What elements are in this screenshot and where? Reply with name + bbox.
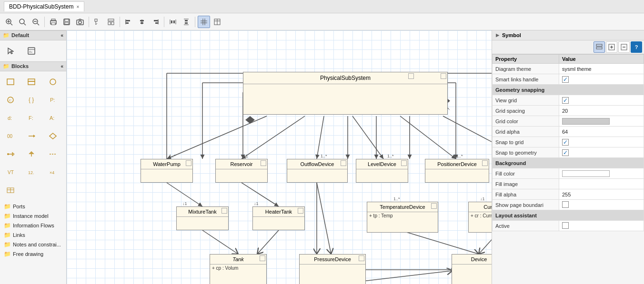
prop-value-cell[interactable] — [559, 221, 644, 231]
align-center[interactable] — [136, 16, 148, 28]
folder-icon-infoflows: 📁 — [4, 222, 11, 229]
svg-rect-35 — [173, 20, 175, 23]
main-uml-box[interactable]: PhysicalSubSystem — [243, 72, 448, 115]
editor-tab[interactable]: BDD-PhysicalSubSystem × — [4, 1, 84, 11]
dotline-tool[interactable] — [44, 146, 61, 163]
outflow-title: OutflowDevice — [287, 159, 347, 169]
select-button[interactable] — [91, 16, 104, 28]
zoom-out-button[interactable] — [30, 16, 42, 28]
brace-tool[interactable]: { } — [23, 91, 40, 108]
level-box[interactable]: LevelDevice — [356, 159, 408, 183]
tank-box[interactable]: Tank + cp : Volum — [210, 254, 267, 284]
device-box[interactable]: Device — [452, 254, 492, 284]
palette-section-blocks[interactable]: 📁Blocks « — [0, 61, 66, 71]
svg-marker-63 — [33, 135, 35, 137]
properties-panel-toggle[interactable] — [211, 16, 223, 28]
reservoir-box[interactable]: Reservoir — [215, 159, 268, 183]
palette-item-instance[interactable]: 📁 Instance model — [0, 211, 66, 221]
checkbox-checked[interactable]: ✓ — [562, 139, 569, 146]
prop-value-cell[interactable]: ✓ — [559, 137, 644, 147]
block-tool[interactable] — [23, 73, 40, 90]
svg-rect-52 — [28, 81, 35, 85]
color-swatch-white[interactable] — [562, 170, 610, 177]
positioner-box[interactable]: PositionerDevice — [425, 159, 489, 183]
prop-value-cell[interactable] — [559, 168, 644, 179]
layout-button[interactable] — [105, 16, 117, 28]
align-right[interactable] — [149, 16, 161, 28]
prop-value-cell[interactable]: 255 — [559, 189, 644, 200]
svg-text:12.: 12. — [28, 170, 34, 175]
color-swatch-gray[interactable] — [562, 118, 610, 125]
prop-value-cell[interactable]: ✓ — [559, 74, 644, 85]
checkbox-checked[interactable]: ✓ — [562, 97, 569, 104]
container-tool[interactable]: A+ — [23, 42, 40, 59]
tempdevice-box[interactable]: TemperatureDevice + tp : Temp — [367, 202, 438, 233]
palette-item-ports[interactable]: 📁 Ports — [0, 202, 66, 211]
currentdevice-box[interactable]: CurrentDevice + cr : Current — [468, 202, 492, 233]
svg-rect-28 — [141, 22, 143, 24]
sep2 — [89, 17, 89, 27]
diagram-canvas[interactable]: 1..* ↓1 1..* 1..* 1..* 1..* ↓1 ↓1 1..* ↓… — [67, 30, 492, 284]
align-left[interactable] — [122, 16, 135, 28]
d-tool[interactable]: d: — [2, 109, 19, 127]
help-btn[interactable]: ? — [631, 41, 642, 53]
palette-item-freedrawing[interactable]: 📁 Free drawing — [0, 249, 66, 259]
up-arrow-tool[interactable] — [23, 146, 40, 163]
add-view-btn[interactable] — [606, 41, 617, 53]
palette-section-default[interactable]: 📁Default « — [0, 30, 66, 40]
camera-button[interactable] — [74, 16, 86, 28]
circle-block-tool[interactable] — [44, 73, 61, 90]
zoom-fit-button[interactable] — [16, 16, 29, 28]
save-button[interactable] — [60, 16, 73, 28]
outflow-box[interactable]: OutflowDevice — [287, 159, 348, 183]
prop-value-cell[interactable]: sysml theme — [559, 64, 644, 74]
diamond-tool[interactable] — [44, 127, 61, 145]
prop-value-cell[interactable] — [559, 179, 644, 189]
waterpump-corner — [186, 160, 191, 166]
grid-toggle[interactable] — [198, 16, 210, 28]
prop-name-cell: Snap to geometry — [493, 147, 559, 158]
p-tool[interactable]: P: — [44, 91, 61, 108]
folder-icon-freedrawing: 📁 — [4, 251, 11, 257]
prop-value-cell[interactable]: 64 — [559, 127, 644, 137]
palette-item-infoflows[interactable]: 📁 Information Flows — [0, 221, 66, 230]
rect-tool[interactable] — [2, 73, 19, 90]
palette-item-notes[interactable]: 📁 Notes and constrai... — [0, 240, 66, 249]
mixturetank-box[interactable]: MixtureTank — [176, 206, 229, 230]
print-button[interactable] — [47, 16, 60, 28]
prop-value-cell[interactable]: 20 — [559, 106, 644, 116]
vt-tool[interactable]: VT — [2, 164, 19, 181]
prop-value-cell[interactable] — [559, 200, 644, 210]
expand-triangle[interactable]: ▶ — [496, 33, 499, 38]
zoom-in-button[interactable] — [3, 16, 15, 28]
remove-view-btn[interactable] — [618, 41, 630, 53]
heatertank-box[interactable]: HeaterTank — [252, 206, 305, 230]
00-tool[interactable]: 00 — [2, 127, 19, 145]
x4-tool[interactable]: ×4 — [44, 164, 61, 181]
checkbox-empty[interactable] — [562, 201, 569, 208]
prop-value-cell[interactable]: ✓ — [559, 95, 644, 106]
prop-value-cell[interactable]: ✓ — [559, 147, 644, 158]
level-corner — [401, 160, 407, 166]
dot-arrow-tool[interactable] — [2, 146, 19, 163]
props-view-btn[interactable] — [594, 41, 605, 53]
circle-c-tool[interactable]: c: — [2, 91, 19, 108]
f-tool[interactable]: F: — [23, 109, 40, 127]
palette-item-links[interactable]: 📁 Links — [0, 230, 66, 240]
checkbox-checked[interactable]: ✓ — [562, 76, 569, 83]
table-tool[interactable] — [2, 182, 19, 199]
distribute-h[interactable] — [167, 16, 179, 28]
checkbox-checked[interactable]: ✓ — [562, 149, 569, 156]
tab-close[interactable]: × — [76, 4, 79, 10]
checkbox-empty[interactable] — [562, 222, 569, 229]
num-tool[interactable]: 12. — [23, 164, 40, 181]
pressuredevice-box[interactable]: PressureDevice — [299, 254, 366, 284]
distribute-v[interactable] — [180, 16, 192, 28]
waterpump-box[interactable]: WaterPump — [141, 159, 193, 183]
properties-table: Property Value Diagram themesysml themeS… — [492, 54, 644, 284]
a-tool[interactable]: A: — [44, 109, 61, 127]
prop-value-cell[interactable] — [559, 116, 644, 127]
select-tool[interactable] — [2, 42, 19, 59]
arrow-tool[interactable] — [23, 127, 40, 145]
right-panel-header: ▶ Symbol — [492, 30, 644, 40]
